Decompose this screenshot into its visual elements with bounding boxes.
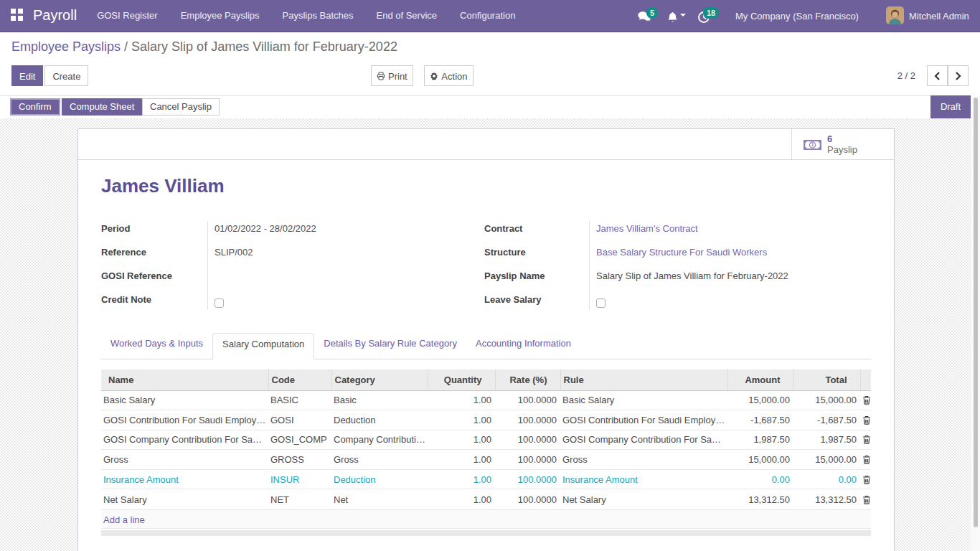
svg-text:1: 1 — [811, 142, 814, 147]
